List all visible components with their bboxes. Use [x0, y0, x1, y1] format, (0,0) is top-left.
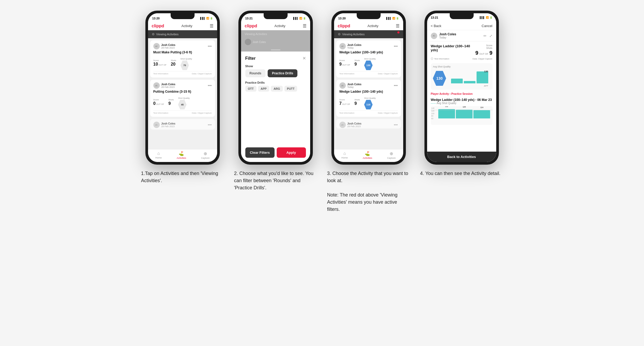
hamburger-icon-1[interactable]: ☰: [210, 23, 213, 28]
avg-sq-label: Avg Shot Quality: [433, 65, 490, 68]
more-dots-3-2[interactable]: •••: [394, 83, 398, 88]
activity-card-3-2[interactable]: JC Josh Coles Today ••• Wedge Ladder (10…: [336, 80, 401, 117]
score-value-1-1: 10: [153, 62, 158, 67]
activities-label-3: Activities: [363, 157, 372, 159]
phone-notch-2: [264, 13, 288, 19]
sq-badge-3-2: 118: [364, 100, 373, 109]
banner-text-3: Viewing Activities: [342, 33, 365, 36]
status-time-2: 13:21: [245, 17, 253, 20]
phone-notch-3: [357, 13, 381, 19]
user-date-3-2: Today: [347, 86, 361, 88]
shots-label-1-1: Shots: [171, 59, 176, 62]
chip-putt[interactable]: PUTT: [284, 86, 297, 92]
activity-card-1-1[interactable]: JC Josh Coles 28 Feb 2023 ••• Must Make …: [150, 40, 215, 78]
score-label-1-1: Score: [153, 59, 167, 62]
practice-drills-section-label: Practice Drills: [245, 81, 306, 84]
more-dots-3-1[interactable]: •••: [394, 44, 398, 48]
nav-activities-1[interactable]: ⛳ Activities: [177, 151, 186, 159]
battery-icon-3: 🔋: [396, 17, 399, 20]
activities-label-1: Activities: [177, 157, 186, 159]
nav-home-3[interactable]: ⌂ Home: [342, 151, 348, 159]
user-date-3-1: Today: [347, 46, 361, 49]
capture-label-1: Capture: [201, 157, 209, 159]
filter-actions: Clear Filters Apply: [245, 145, 306, 158]
shots-value-4: 9: [489, 50, 492, 56]
apply-button[interactable]: Apply: [277, 147, 306, 158]
chip-app[interactable]: APP: [258, 86, 270, 92]
footer-left-1-1: Test Information: [153, 72, 169, 75]
shots-3-1: 9: [354, 62, 357, 67]
banner-text-1: Viewing Activities: [156, 33, 179, 36]
sq-label-1-1: Shot Quality: [180, 58, 192, 60]
more-dots-1-3[interactable]: •••: [208, 123, 212, 127]
phone-2: 13:21 ▌▌▌ 📶 🔋 clippd Activity ☰: [238, 11, 313, 165]
avatar-1-3: JC: [153, 122, 160, 128]
activity-card-1-3[interactable]: JC Josh Coles 28 Feb 2023 •••: [150, 119, 215, 130]
user-date-1-2: 28 Feb 2023: [161, 86, 175, 88]
card-user-1-1: JC Josh Coles 28 Feb 2023: [153, 43, 175, 49]
card-user-1-2: JC Josh Coles 28 Feb 2023: [153, 82, 175, 89]
detail-user-row: JC Josh Coles Today ✏ ⤢: [427, 30, 496, 41]
expand-icon[interactable]: ⤢: [489, 34, 493, 38]
sq-badge-1-2: 45: [178, 100, 187, 109]
nav-activities-3[interactable]: ⛳ Activities: [363, 151, 372, 159]
sq-badge-3-1: 130: [364, 61, 373, 70]
chip-ott[interactable]: OTT: [245, 86, 256, 92]
hamburger-icon-2[interactable]: ☰: [303, 23, 306, 28]
signal-icon-3: ▌▌▌: [386, 17, 391, 20]
info-label-4: ⓘ: [431, 57, 433, 61]
activity-card-3-3[interactable]: JC Josh Coles 28 Feb 2023 •••: [336, 119, 401, 129]
capture-label-3: Capture: [387, 157, 395, 159]
clear-filters-button[interactable]: Clear Filters: [245, 147, 275, 158]
hamburger-icon-3[interactable]: ☰: [396, 23, 399, 28]
home-label-3: Home: [342, 156, 348, 159]
edit-icon[interactable]: ✏: [483, 34, 487, 38]
phone-1: 13:20 ▌▌▌ 📶 🔋 clippd Activity ☰ ⚙ Vi: [145, 11, 220, 165]
avatar-1-1: JC: [153, 43, 160, 49]
dim-area: Viewing Activities Josh Coles: [241, 30, 310, 52]
nav-capture-1[interactable]: ⊕ Capture: [201, 151, 209, 159]
nav-capture-3[interactable]: ⊕ Capture: [387, 151, 395, 159]
mini-bar-chart: 140 120 100 80 60 132: [431, 106, 493, 125]
battery-icon: 🔋: [210, 17, 213, 20]
home-label-1: Home: [155, 156, 162, 159]
card-title-1-2: Putting Combine (3-15 ft): [153, 90, 212, 93]
detail-content: Wedge Ladder (100–140 yds) Score Shots 9: [427, 41, 496, 152]
more-dots-1-2[interactable]: •••: [208, 83, 212, 88]
chip-arg[interactable]: ARG: [271, 86, 283, 92]
card-title-3-2: Wedge Ladder (100–140 yds): [339, 90, 398, 93]
step-2-caption: 2. Choose what you'd like to see. You ca…: [233, 170, 318, 191]
sq-badge-large: 130: [433, 71, 446, 86]
status-icons-3: ▌▌▌ 📶 🔋: [386, 17, 399, 20]
shots-value-1-1: 20: [171, 62, 175, 67]
show-label: Show: [245, 65, 306, 68]
wifi-icon-4: 📶: [486, 16, 489, 19]
phone-notch-1: [171, 13, 195, 19]
bottom-nav-3: ⌂ Home ⛳ Activities ⊕ Capture: [334, 149, 403, 162]
cancel-button[interactable]: Cancel: [482, 24, 492, 28]
avg-sq-chart: APP 130: [449, 69, 490, 88]
practice-drills-button[interactable]: Practice Drills: [268, 69, 297, 77]
activity-list-1: JC Josh Coles 28 Feb 2023 ••• Must Make …: [148, 38, 217, 149]
score-value-4: 9: [475, 50, 478, 56]
back-to-activities-button[interactable]: Back to Activities: [427, 152, 496, 162]
viewing-banner-3[interactable]: ⚙ Viewing Activities: [334, 30, 403, 38]
rounds-button[interactable]: Rounds: [245, 69, 266, 77]
viewing-banner-1[interactable]: ⚙ Viewing Activities: [148, 30, 217, 38]
activity-card-3-1[interactable]: JC Josh Coles Today ••• Wedge Ladder (10…: [336, 40, 401, 78]
nav-home-1[interactable]: ⌂ Home: [155, 151, 162, 159]
top-nav-3: clippd Activity ☰: [334, 22, 403, 30]
more-dots-1-1[interactable]: •••: [208, 44, 212, 48]
step-1-container: 13:20 ▌▌▌ 📶 🔋 clippd Activity ☰ ⚙ Vi: [140, 11, 225, 184]
detail-user-date: Today: [439, 36, 456, 39]
session-subtitle: —— Avg Shot Quality: [431, 102, 493, 105]
avatar-3-3: JC: [339, 122, 346, 128]
close-icon[interactable]: ✕: [302, 56, 306, 61]
back-button[interactable]: < Back: [431, 24, 441, 28]
logo-2: clippd: [245, 24, 257, 28]
signal-icon-4: ▌▌▌: [480, 16, 485, 19]
shots-3-2: 9: [354, 101, 357, 106]
logo-1: clippd: [152, 24, 164, 28]
activity-card-1-2[interactable]: JC Josh Coles 28 Feb 2023 ••• Putting Co…: [150, 80, 215, 117]
data-label-4: Data: Clippd Capture: [473, 58, 493, 60]
